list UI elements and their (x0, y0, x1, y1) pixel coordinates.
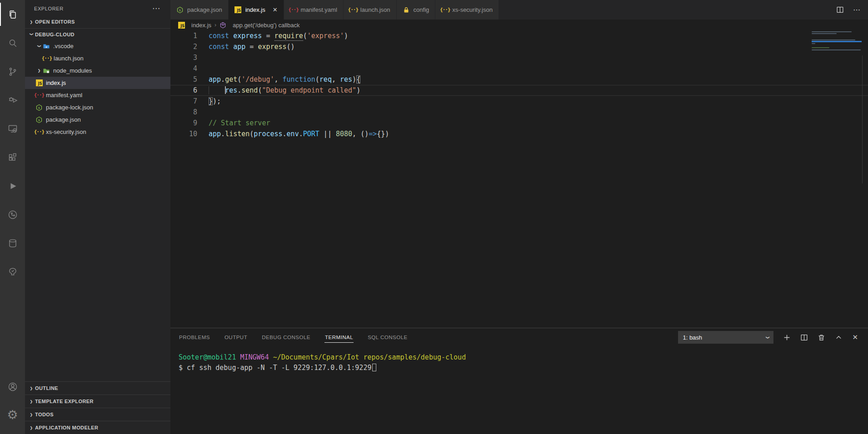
code-line-content[interactable]: }); (197, 96, 868, 107)
activity-bar-bottom: ⚙ (0, 372, 25, 434)
test-tree-icon[interactable] (0, 257, 25, 286)
tree-item-manifest-yaml[interactable]: {··}manifest.yaml (25, 89, 170, 101)
tree-item-label: node_modules (53, 67, 92, 74)
tree-item-package-json[interactable]: package.json (25, 113, 170, 126)
breadcrumb-symbol[interactable]: app.get('/debug') callback (233, 22, 299, 29)
breadcrumb-file[interactable]: index.js (191, 22, 211, 29)
source-control-icon[interactable] (0, 57, 25, 86)
code-line-8[interactable]: 8 (170, 107, 868, 118)
panel-tab-terminal[interactable]: TERMINAL (324, 332, 354, 343)
vscode-window: ⚙ EXPLORER ⋯ ❯ OPEN EDITORS ❯ DEBUG-CLOU… (0, 0, 868, 434)
code-line-content[interactable]: // Start server (197, 118, 868, 128)
code-line-1[interactable]: 1const express = require('express') (170, 30, 868, 41)
js-file-icon: JS (178, 22, 185, 29)
tab-package-json[interactable]: package.json (170, 0, 229, 20)
account-icon[interactable] (0, 372, 25, 401)
open-editors-label: OPEN EDITORS (35, 19, 75, 25)
chevron-down-icon: ❯ (765, 336, 771, 339)
tabs-container: package.jsonJSindex.js✕{··}manifest.yaml… (170, 0, 499, 20)
explorer-icon[interactable] (0, 0, 25, 29)
tree-item--vscode[interactable]: ❯.vscode (25, 40, 170, 52)
code-line-2[interactable]: 2const app = express() (170, 41, 868, 52)
activity-bar-top (0, 0, 25, 286)
breadcrumb[interactable]: JS index.js › app.get('/debug') callback (170, 20, 868, 30)
chevron-right-icon: ❯ (28, 399, 35, 404)
section-todos[interactable]: ❯TODOS (25, 408, 170, 421)
section-label: TODOS (35, 412, 54, 417)
code-line-7[interactable]: 7}); (170, 96, 868, 107)
code-editor[interactable]: 1const express = require('express')2cons… (170, 30, 868, 139)
code-line-content[interactable] (197, 52, 868, 63)
code-line-4[interactable]: 4 (170, 63, 868, 74)
run-icon[interactable] (0, 172, 25, 200)
database-icon[interactable] (0, 229, 25, 257)
node-hex-icon (176, 6, 184, 14)
minimap-line (812, 49, 861, 50)
code-line-content[interactable] (197, 63, 868, 74)
code-line-6[interactable]: 6 res.send("Debug endpoint called") (170, 85, 868, 96)
code-line-content[interactable]: app.listen(process.env.PORT || 8080, ()=… (197, 128, 868, 139)
split-editor-icon[interactable] (836, 6, 844, 14)
code-line-content[interactable] (197, 107, 868, 118)
kill-terminal-trash-icon[interactable] (818, 334, 825, 341)
code-line-10[interactable]: 10app.listen(process.env.PORT || 8080, (… (170, 128, 868, 139)
panel-tab-debug-console[interactable]: DEBUG CONSOLE (261, 332, 311, 342)
panel-tab-problems[interactable]: PROBLEMS (179, 332, 210, 342)
braces-gold-icon: {··} (43, 55, 50, 62)
run-debug-icon[interactable] (0, 86, 25, 114)
tab-xs-security-json[interactable]: {··}xs-security.json (435, 0, 499, 20)
line-number: 6 (170, 85, 197, 96)
tab-manifest-yaml[interactable]: {··}manifest.yaml (284, 0, 344, 20)
terminal-output[interactable]: Sooter@mobil21 MINGW64 ~/Documents/Cpars… (170, 346, 868, 373)
extensions-icon[interactable] (0, 143, 25, 172)
minimap-line (812, 43, 815, 44)
chevron-right-icon: ❯ (28, 385, 35, 391)
section-outline[interactable]: ❯OUTLINE (25, 381, 170, 395)
close-panel-icon[interactable]: ✕ (852, 333, 858, 341)
code-line-content[interactable]: const app = express() (197, 41, 868, 52)
tree-item-index-js[interactable]: JSindex.js (25, 77, 170, 89)
section-template-explorer[interactable]: ❯TEMPLATE EXPLORER (25, 395, 170, 408)
code-line-content[interactable]: const express = require('express') (197, 30, 868, 41)
explorer-more-actions-icon[interactable]: ⋯ (152, 4, 160, 13)
tab-launch-json[interactable]: {··}launch.json (344, 0, 397, 20)
tree-item-launch-json[interactable]: {··}launch.json (25, 52, 170, 64)
search-icon[interactable] (0, 29, 25, 57)
panel-tab-sql-console[interactable]: SQL CONSOLE (367, 332, 408, 342)
minimap-line (812, 45, 862, 46)
section-application-modeler[interactable]: ❯APPLICATION MODELER (25, 421, 170, 434)
code-line-content[interactable]: res.send("Debug endpoint called") (197, 85, 868, 96)
tree-item-package-lock-json[interactable]: package-lock.json (25, 101, 170, 113)
new-terminal-icon[interactable] (783, 334, 791, 341)
section-label: OUTLINE (35, 385, 58, 391)
line-number: 10 (170, 128, 197, 139)
more-actions-icon[interactable]: ⋯ (853, 5, 861, 14)
tab-config[interactable]: config (397, 0, 436, 20)
open-editors-section[interactable]: ❯ OPEN EDITORS (25, 15, 170, 28)
tab-index-js[interactable]: JSindex.js✕ (229, 0, 284, 20)
sidebar-bottom-sections: ❯OUTLINE❯TEMPLATE EXPLORER❯TODOS❯APPLICA… (25, 381, 170, 434)
tree-item-xs-security-json[interactable]: {··}xs-security.json (25, 126, 170, 138)
terminal-selector[interactable]: 1: bash ❯ (678, 331, 773, 344)
split-terminal-icon[interactable] (800, 334, 808, 341)
panel-tab-output[interactable]: OUTPUT (224, 332, 248, 342)
minimap[interactable] (812, 31, 862, 51)
terminal-selector-value: 1: bash (683, 334, 702, 341)
project-graph-icon[interactable] (0, 200, 25, 229)
maximize-panel-chevron-icon[interactable] (835, 334, 843, 341)
remote-explorer-icon[interactable] (0, 114, 25, 143)
settings-gear-icon[interactable]: ⚙ (0, 401, 25, 429)
close-tab-icon[interactable]: ✕ (273, 6, 278, 13)
code-line-5[interactable]: 5app.get('/debug', function(req, res){ (170, 74, 868, 85)
tree-item-node-modules[interactable]: ❯node_modules (25, 64, 170, 77)
code-line-9[interactable]: 9// Start server (170, 118, 868, 128)
braces-gold-icon: {··} (441, 6, 449, 14)
line-number: 8 (170, 107, 197, 118)
code-line-content[interactable]: app.get('/debug', function(req, res){ (197, 74, 868, 85)
scrollbar[interactable] (862, 55, 863, 183)
chevron-right-icon: ❯ (28, 425, 35, 431)
tab-label: launch.json (360, 6, 390, 13)
code-line-3[interactable]: 3 (170, 52, 868, 63)
project-section-debug-cloud[interactable]: ❯ DEBUG-CLOUD (25, 28, 170, 40)
chevron-down-icon: ❯ (29, 31, 35, 38)
